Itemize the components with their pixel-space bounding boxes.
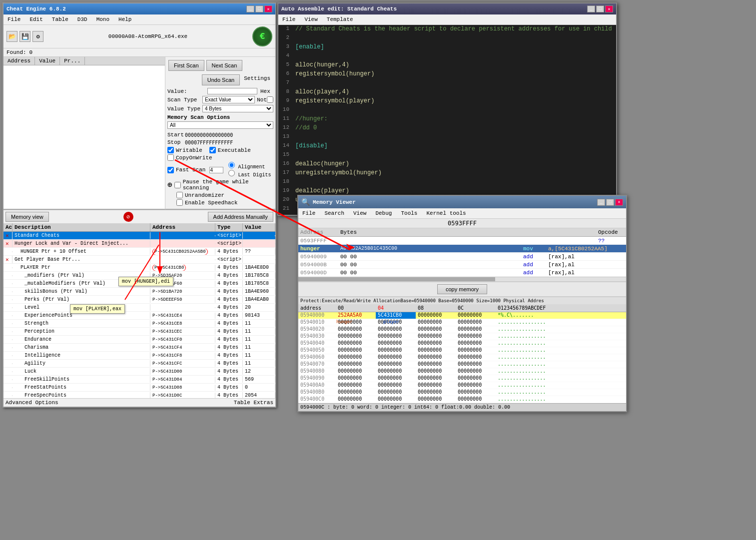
table-row[interactable]: FreeStatPoints P->5C431D08 4 Bytes 0 — [3, 384, 275, 392]
memory-scan-select[interactable]: All — [167, 121, 273, 129]
aa-menu-view[interactable]: View — [302, 15, 319, 23]
mv-menu-debug[interactable]: Debug — [373, 209, 394, 217]
menu-file[interactable]: File — [5, 15, 22, 23]
fast-scan-value[interactable] — [209, 167, 223, 173]
code-line-14: 14 [disable] — [278, 142, 616, 151]
speedhack-checkbox[interactable] — [176, 199, 183, 206]
table-extras-label[interactable]: Table Extras — [234, 400, 273, 406]
table-row[interactable]: Agility P->5C431CFC 4 Bytes 11 — [3, 360, 275, 368]
menu-help[interactable]: Help — [116, 15, 133, 23]
table-row[interactable]: FreeSpecPoints P->5C431D0C 4 Bytes 2054 — [3, 392, 275, 398]
advanced-options-label[interactable]: Advanced Options — [5, 400, 58, 406]
unrandomizer-checkbox[interactable] — [176, 192, 183, 198]
table-row[interactable]: ✕ Get Player Base Ptr... <script> — [3, 256, 275, 264]
toolbar-settings[interactable]: ⚙ — [32, 31, 43, 42]
menu-mono[interactable]: Mono — [94, 15, 111, 23]
copy-on-write-checkbox[interactable] — [167, 154, 174, 161]
next-scan-btn[interactable]: Next Scan — [206, 60, 243, 71]
mv-close[interactable]: ✕ — [615, 199, 623, 206]
table-row[interactable]: Strength P->5C431CE8 4 Bytes 11 — [3, 320, 275, 328]
value-input[interactable] — [207, 88, 257, 94]
mv-minimize[interactable]: _ — [597, 199, 605, 206]
mv-hex-row[interactable]: 05940040 00000000 00000000 00000000 0000… — [298, 340, 626, 347]
mv-hex-row[interactable]: 05940000 252AA5A0 5C431CB0 00000000 0000… — [298, 312, 626, 319]
menu-table[interactable]: Table — [50, 15, 70, 23]
mv-disasm-row[interactable]: 05940009 00 00 add [rax],al — [298, 253, 626, 261]
memory-view-btn[interactable]: Memory view — [5, 212, 49, 222]
table-row[interactable]: skillsBonus (Ptr Val) P->5D1BA720 4 Byte… — [3, 288, 275, 296]
aa-code-editor[interactable]: 1 // Standard Cheats is the header scrip… — [278, 25, 616, 215]
table-row[interactable]: Luck P->5C431D00 4 Bytes 12 — [3, 368, 275, 376]
row-bytes: 00 00 — [338, 254, 521, 260]
mv-menu-view[interactable]: View — [351, 209, 368, 217]
table-row[interactable]: Perks (Ptr Val) P->5DEEEF50 4 Bytes 1BA4… — [3, 296, 275, 304]
aa-close[interactable]: ✕ — [605, 5, 613, 12]
table-row[interactable]: Endurance P->5C431CF0 4 Bytes 11 — [3, 336, 275, 344]
pause-game-checkbox[interactable] — [174, 182, 181, 188]
fast-scan-row: Fast Scan Alignment Last Digits — [167, 162, 273, 178]
table-row[interactable]: Perception P->5C431CEC 4 Bytes 11 — [3, 328, 275, 336]
aa-menu-template[interactable]: Template — [325, 15, 355, 23]
mv-hex-row[interactable]: 05940030 00000000 00000000 00000000 0000… — [298, 333, 626, 340]
add-address-btn[interactable]: Add Address Manually — [208, 212, 273, 222]
aa-minimize[interactable]: _ — [587, 5, 595, 12]
mv-hex-row[interactable]: 05940070 00000000 00000000 00000000 0000… — [298, 361, 626, 368]
table-row[interactable]: Intelligence P->5C431CF8 4 Bytes 11 — [3, 352, 275, 360]
mv-hex-row[interactable]: 05940080 00000000 00000000 00000000 0000… — [298, 368, 626, 375]
scan-type-select[interactable]: Exact Value — [202, 96, 255, 103]
line-num: 12 — [278, 124, 293, 130]
close-btn[interactable]: ✕ — [264, 5, 272, 12]
table-row[interactable]: Charisma P->5C431CF4 4 Bytes 11 — [3, 344, 275, 352]
table-row[interactable]: FreeSkillPoints P->5C431D04 4 Bytes 569 — [3, 376, 275, 384]
menu-edit[interactable]: Edit — [27, 15, 44, 23]
mv-hex-row[interactable]: 059400B0 00000000 00000000 00000000 0000… — [298, 389, 626, 396]
mv-menu-search[interactable]: Search — [322, 209, 346, 217]
first-scan-btn[interactable]: First Scan — [168, 60, 204, 71]
mv-menu-kernel[interactable]: Kernel tools — [424, 209, 468, 217]
mv-disasm-row[interactable]: 0594000B 00 00 add [rax],al — [298, 261, 626, 269]
value-type-select[interactable]: 4 Bytes — [202, 105, 273, 112]
advanced-icon[interactable]: ⊕ — [167, 180, 172, 190]
stop-btn[interactable]: ⊘ — [123, 212, 133, 222]
settings-label[interactable]: Settings — [241, 73, 273, 86]
last-digits-radio[interactable] — [228, 170, 235, 176]
table-row[interactable]: ExperiencePoints P->5C431CE4 4 Bytes 981… — [3, 312, 275, 320]
table-row[interactable]: HUNGER Ptr + 10 Offset P->5C431CB0252AA5… — [3, 248, 275, 256]
aa-maximize[interactable]: □ — [596, 5, 604, 12]
row-addr: 05940009 — [298, 254, 338, 260]
toolbar-save[interactable]: 💾 — [19, 31, 30, 42]
table-row[interactable]: Level 4 Bytes 20 — [3, 304, 275, 312]
writable-checkbox[interactable] — [167, 147, 174, 153]
toolbar-open[interactable]: 📂 — [6, 31, 17, 42]
mv-scrollbar[interactable] — [298, 277, 626, 282]
mv-maximize[interactable]: □ — [606, 199, 614, 206]
table-row[interactable]: ✕ Standard Cheats <script> — [3, 232, 275, 240]
row-type: 4 Bytes — [215, 376, 243, 383]
writable-row: Writable Executable — [167, 147, 273, 153]
table-row[interactable]: ✕ Hunger Lock and Var - Direct Inject...… — [3, 240, 275, 248]
table-row[interactable]: PLAYER Ptr P->5C431CB0 4 Bytes 1BA4E8D0 — [3, 264, 275, 272]
mv-hex-row[interactable]: 05940090 00000000 00000000 00000000 0000… — [298, 375, 626, 382]
mv-menu-file[interactable]: File — [300, 209, 317, 217]
mv-hex-row[interactable]: 05940060 00000000 00000000 00000000 0000… — [298, 354, 626, 361]
mv-disasm-row[interactable]: hunger A0 A52A25B01C435C00 mov a,[5C431C… — [298, 245, 626, 253]
minimize-btn[interactable]: _ — [246, 5, 254, 12]
mv-hex-row[interactable]: 05940010 00000000 00000000 00000000 0000… — [298, 319, 626, 326]
mv-hex-row[interactable]: 059400A0 00000000 00000000 00000000 0000… — [298, 382, 626, 389]
address-table: Active Description Address Type Value ✕ … — [3, 223, 275, 398]
alignment-radio[interactable] — [228, 162, 235, 168]
mv-hex-row[interactable]: 059400C0 00000000 00000000 00000000 0000… — [298, 396, 626, 403]
fast-scan-checkbox[interactable] — [167, 167, 174, 173]
mv-hex-row[interactable]: 05940020 00000000 00000000 00000000 0000… — [298, 326, 626, 333]
menu-d3d[interactable]: D3D — [75, 15, 89, 23]
not-checkbox[interactable] — [267, 96, 273, 103]
mv-disasm-row[interactable]: 0593FFFF ?? — [298, 237, 626, 245]
aa-menu-file[interactable]: File — [280, 15, 297, 23]
maximize-btn[interactable]: □ — [255, 5, 263, 12]
copy-memory-btn[interactable]: copy memory — [437, 284, 487, 294]
mv-disasm-row[interactable]: 0594000D 00 00 add [rax],al — [298, 269, 626, 277]
executable-checkbox[interactable] — [209, 147, 216, 153]
undo-scan-btn[interactable]: Undo Scan — [202, 74, 240, 85]
mv-hex-row[interactable]: 05940050 00000000 00000000 00000000 0000… — [298, 347, 626, 354]
mv-menu-tools[interactable]: Tools — [399, 209, 419, 217]
